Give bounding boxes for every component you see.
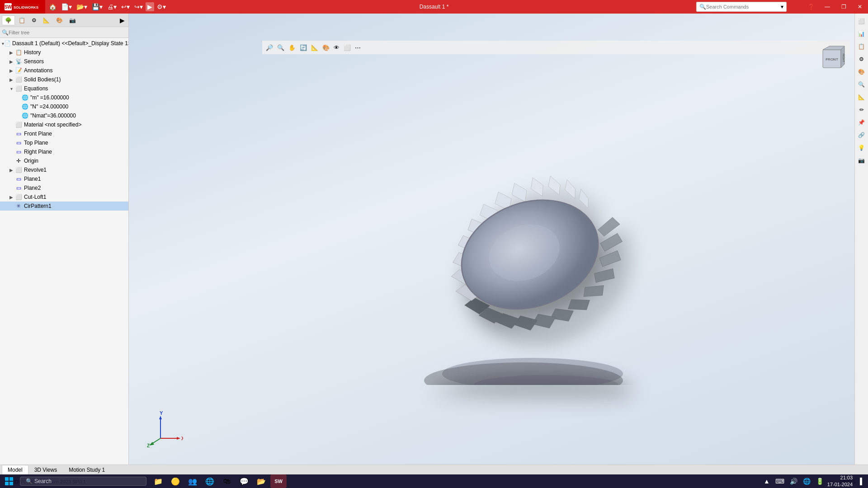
pan[interactable]: ✋ [287, 42, 297, 53]
annotations-expander[interactable]: ▶ [8, 68, 14, 73]
tab-model[interactable]: Model [2, 465, 28, 475]
close-button[interactable]: ✕ [852, 0, 868, 14]
redo-button[interactable]: ↪▾ [132, 2, 145, 11]
rsb-icon-7[interactable]: 📐 [856, 91, 868, 103]
search-commands-input[interactable] [706, 4, 781, 9]
top-plane-icon: ▭ [14, 140, 23, 146]
taskbar-edge[interactable]: 🌐 [202, 474, 218, 488]
view-orient[interactable]: 📐 [309, 42, 320, 53]
open-button[interactable]: 📂▾ [75, 2, 89, 11]
tray-network[interactable]: 🌐 [801, 477, 812, 486]
tree-item-front-plane[interactable]: ▭ Front Plane [0, 129, 128, 138]
save-button[interactable]: 💾▾ [90, 2, 104, 11]
taskbar-whatsapp[interactable]: 💬 [236, 474, 252, 488]
section-view[interactable]: ⬜ [342, 42, 353, 53]
panel-tabs: 🌳 📋 ⚙ 📐 🎨 📷 ▶ [0, 14, 128, 27]
zoom-in[interactable]: 🔍 [275, 42, 286, 53]
solid-bodies-label: Solid Bodies(1) [24, 76, 61, 83]
rsb-icon-3[interactable]: 📋 [856, 41, 868, 52]
tab-3d-views[interactable]: 3D Views [28, 465, 63, 475]
minimize-button[interactable]: — [819, 0, 835, 14]
taskbar-store[interactable]: 🛍 [219, 474, 235, 488]
tab-motion-study[interactable]: Motion Study 1 [63, 465, 111, 475]
rsb-icon-10[interactable]: 🔗 [856, 129, 868, 141]
tree-item-history[interactable]: ▶ 📋 History [0, 48, 128, 57]
zoom-to-fit[interactable]: 🔎 [264, 42, 275, 53]
tree-item-sensors[interactable]: ▶ 📡 Sensors [0, 57, 128, 66]
top-plane-label: Top Plane [24, 140, 48, 146]
new-button[interactable]: 📄▾ [59, 2, 74, 11]
viewport[interactable]: 🔎 🔍 ✋ 🔄 📐 🎨 👁 ⬜ ⋯ [129, 14, 854, 474]
display-style[interactable]: 🎨 [321, 42, 331, 53]
tree-item-solid-bodies[interactable]: ▶ ⬜ Solid Bodies(1) [0, 75, 128, 84]
tree-item-equations[interactable]: ▾ ⬜ Equations [0, 84, 128, 93]
navigation-cube[interactable]: FRONT RIGHT [818, 45, 850, 77]
rsb-icon-2[interactable]: 📊 [856, 28, 868, 40]
display-tab[interactable]: 🎨 [53, 16, 66, 25]
tree-root[interactable]: ▾ 📄 Dassault 1 (Default) <<Default>_Disp… [0, 39, 128, 48]
taskbar-search[interactable]: 🔍 Search [20, 477, 146, 486]
solid-bodies-expander[interactable]: ▶ [8, 77, 14, 82]
show-desktop[interactable]: ▌ [858, 477, 866, 486]
view-more[interactable]: ⋯ [353, 42, 363, 53]
rsb-icon-11[interactable]: 💡 [856, 142, 868, 154]
sensors-expander[interactable]: ▶ [8, 59, 14, 64]
config-tab[interactable]: ⚙ [29, 16, 39, 25]
rsb-icon-9[interactable]: 📌 [856, 117, 868, 128]
tree-item-cut-loft1[interactable]: ▶ ⬜ Cut-Loft1 [0, 192, 128, 202]
front-plane-label: Front Plane [24, 131, 52, 137]
panel-expand-button[interactable]: ▶ [118, 16, 127, 25]
svg-text:Y: Y [160, 411, 163, 416]
tray-keyboard[interactable]: ⌨ [774, 477, 786, 486]
rsb-icon-1[interactable]: ⬜ [856, 15, 868, 27]
tree-item-eq-m[interactable]: 🌐 "m" =16.000000 [0, 93, 128, 102]
help-button[interactable]: ❓ [803, 0, 819, 14]
print-button[interactable]: 🖨▾ [105, 2, 118, 11]
rotate[interactable]: 🔄 [298, 42, 309, 53]
rsb-icon-5[interactable]: 🎨 [856, 66, 868, 78]
rsb-icon-8[interactable]: ✏ [856, 104, 868, 116]
tree-item-material[interactable]: ⬜ Material <not specified> [0, 120, 128, 129]
taskbar-sw[interactable]: SW [270, 474, 287, 488]
taskbar-file-explorer[interactable]: 📁 [150, 474, 166, 488]
tree-item-cirpattern1[interactable]: ✳ CirPattern1 [0, 202, 128, 211]
options-button[interactable]: ⚙▾ [155, 2, 168, 11]
tree-item-eq-n[interactable]: 🌐 "N" =24.000000 [0, 102, 128, 111]
home-button[interactable]: 🏠 [47, 2, 58, 11]
revolve1-expander[interactable]: ▶ [8, 168, 14, 173]
rsb-icon-12[interactable]: 📷 [856, 155, 868, 166]
tray-sound[interactable]: 🔊 [788, 477, 799, 486]
origin-label: Origin [24, 158, 38, 164]
cam-tab[interactable]: 📷 [66, 16, 79, 25]
dim-tab[interactable]: 📐 [40, 16, 52, 25]
taskbar-app-1[interactable]: 🟡 [167, 474, 184, 488]
tree-item-eq-nmat[interactable]: 🌐 "Nmat"=36.000000 [0, 111, 128, 120]
feature-tree-tab[interactable]: 🌳 [2, 15, 15, 25]
history-expander[interactable]: ▶ [8, 50, 14, 55]
taskbar-files[interactable]: 📂 [253, 474, 269, 488]
search-commands-box[interactable]: 🔍 ▾ [696, 2, 787, 12]
panel-resize-handle[interactable] [127, 14, 128, 474]
tree-item-revolve1[interactable]: ▶ ⬜ Revolve1 [0, 165, 128, 174]
search-dropdown-icon[interactable]: ▾ [781, 4, 783, 10]
restore-button[interactable]: ❐ [835, 0, 852, 14]
rsb-icon-6[interactable]: 🔍 [856, 79, 868, 90]
start-button[interactable] [0, 474, 18, 488]
tree-item-plane2[interactable]: ▭ Plane2 [0, 183, 128, 192]
tree-item-annotations[interactable]: ▶ 📝 Annotations [0, 66, 128, 75]
rsb-icon-4[interactable]: ⚙ [856, 53, 868, 65]
tree-item-plane1[interactable]: ▭ Plane1 [0, 174, 128, 183]
rebuild-button[interactable]: ▶ [146, 2, 154, 11]
tree-item-top-plane[interactable]: ▭ Top Plane [0, 138, 128, 147]
equations-expander[interactable]: ▾ [8, 86, 14, 91]
tray-expand[interactable]: ▲ [762, 477, 772, 486]
undo-button[interactable]: ↩▾ [119, 2, 132, 11]
cut-loft1-expander[interactable]: ▶ [8, 195, 14, 200]
filter-input[interactable] [9, 30, 127, 35]
tree-item-origin[interactable]: ✛ Origin [0, 156, 128, 165]
tree-item-right-plane[interactable]: ▭ Right Plane [0, 147, 128, 156]
hide-show[interactable]: 👁 [332, 42, 341, 53]
property-tab[interactable]: 📋 [16, 16, 28, 25]
tray-battery[interactable]: 🔋 [814, 477, 826, 486]
taskbar-teams[interactable]: 👥 [184, 474, 201, 488]
